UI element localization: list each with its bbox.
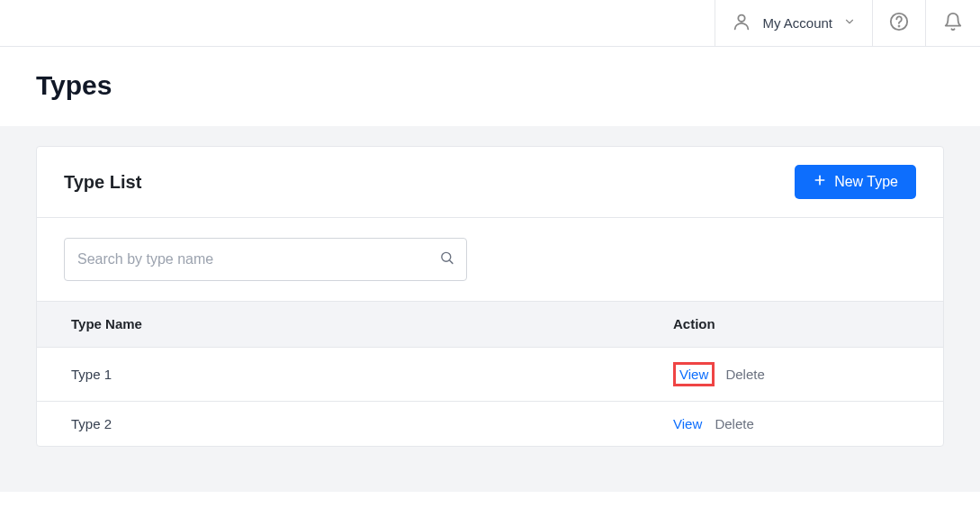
svg-point-2 — [899, 25, 900, 26]
plus-icon — [813, 173, 827, 191]
card-header: Type List New Type — [37, 147, 943, 217]
bell-icon — [943, 12, 963, 35]
delete-link[interactable]: Delete — [715, 416, 753, 431]
svg-point-5 — [442, 252, 451, 261]
view-link[interactable]: View — [673, 416, 702, 431]
new-type-button[interactable]: New Type — [795, 165, 916, 199]
col-action: Action — [646, 302, 943, 348]
table-row: Type 1 View Delete — [37, 348, 943, 402]
user-icon — [732, 12, 751, 35]
search-icon — [439, 250, 454, 269]
search-row — [37, 217, 943, 301]
page-title: Types — [36, 70, 944, 101]
cell-type-name: Type 1 — [37, 348, 646, 402]
col-type-name: Type Name — [37, 302, 646, 348]
type-list-card: Type List New Type Type Name Action — [36, 146, 944, 447]
search-input[interactable] — [64, 238, 467, 281]
svg-point-0 — [739, 14, 745, 21]
table-row: Type 2 View Delete — [37, 402, 943, 447]
card-title: Type List — [64, 172, 141, 193]
delete-link[interactable]: Delete — [725, 367, 764, 382]
highlight-marker: View — [673, 362, 715, 386]
account-menu[interactable]: My Account — [715, 0, 872, 46]
notifications-button[interactable] — [926, 0, 980, 46]
chevron-down-icon — [843, 15, 856, 32]
search-wrap — [64, 238, 467, 281]
help-button[interactable] — [872, 0, 926, 46]
help-icon — [889, 12, 909, 35]
types-table: Type Name Action Type 1 View Delete Type… — [37, 301, 943, 446]
svg-line-6 — [450, 260, 453, 263]
view-link[interactable]: View — [679, 367, 708, 382]
new-type-label: New Type — [834, 174, 898, 190]
title-section: Types — [0, 47, 980, 126]
table-header-row: Type Name Action — [37, 302, 943, 348]
cell-action: View Delete — [646, 402, 943, 447]
account-label: My Account — [762, 15, 832, 31]
cell-action: View Delete — [646, 348, 943, 402]
top-header: My Account — [0, 0, 980, 47]
content-area: Type List New Type Type Name Action — [0, 126, 980, 492]
cell-type-name: Type 2 — [37, 402, 646, 447]
